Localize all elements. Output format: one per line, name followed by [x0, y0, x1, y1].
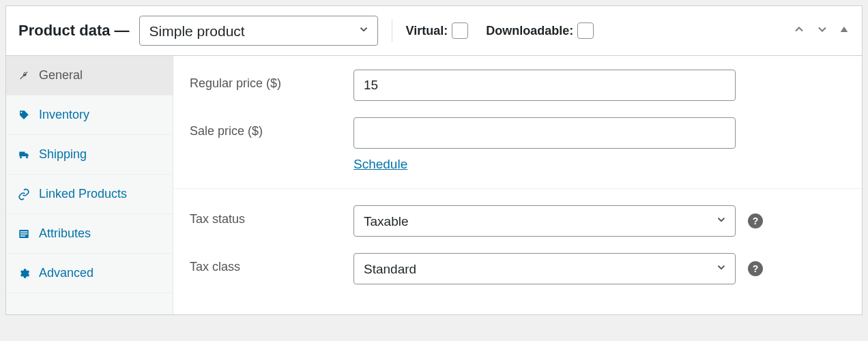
sidebar: General Inventory Shipping Linked Produc…: [6, 56, 173, 314]
tag-icon: [17, 109, 31, 121]
regular-price-label: Regular price ($): [190, 70, 353, 91]
separator: [392, 19, 392, 42]
tax-status-label: Tax status: [190, 205, 353, 226]
svg-marker-0: [841, 27, 848, 32]
tab-label: Shipping: [39, 147, 87, 162]
wrench-icon: [17, 70, 31, 82]
schedule-link[interactable]: Schedule: [353, 157, 736, 172]
regular-price-input[interactable]: [353, 70, 736, 101]
move-down-icon[interactable]: [815, 23, 829, 39]
truck-icon: [17, 149, 31, 161]
tab-advanced[interactable]: Advanced: [6, 254, 173, 293]
tab-content: Regular price ($) Sale price ($) Schedul…: [173, 56, 862, 314]
svg-rect-3: [20, 233, 28, 235]
downloadable-label: Downloadable:: [486, 24, 573, 38]
tab-general[interactable]: General: [6, 56, 173, 95]
sale-price-label: Sale price ($): [190, 117, 353, 138]
list-icon: [17, 228, 31, 240]
tab-label: Linked Products: [39, 187, 127, 201]
tab-label: Attributes: [39, 226, 91, 241]
divider: [173, 188, 862, 189]
svg-rect-4: [20, 235, 26, 237]
virtual-label: Virtual:: [406, 24, 448, 38]
panel-title: Product data —: [18, 22, 130, 40]
toggle-panel-icon[interactable]: [839, 24, 850, 38]
tab-label: General: [39, 68, 83, 83]
row-tax-status: Tax status Taxable ?: [190, 205, 845, 237]
row-tax-class: Tax class Standard ?: [190, 253, 845, 284]
row-regular-price: Regular price ($): [190, 70, 845, 101]
product-type-select[interactable]: Simple product: [139, 16, 378, 46]
tab-attributes[interactable]: Attributes: [6, 214, 173, 254]
panel-header: Product data — Simple product Virtual: D…: [6, 6, 862, 56]
panel-body: General Inventory Shipping Linked Produc…: [6, 56, 862, 314]
tab-linked-products[interactable]: Linked Products: [6, 175, 173, 214]
svg-rect-2: [20, 231, 28, 233]
link-icon: [17, 188, 31, 201]
sale-price-input[interactable]: [353, 117, 736, 149]
move-up-icon[interactable]: [792, 23, 806, 39]
tab-shipping[interactable]: Shipping: [6, 135, 173, 175]
row-sale-price: Sale price ($) Schedule: [190, 117, 845, 172]
help-icon[interactable]: ?: [748, 261, 763, 276]
downloadable-checkbox[interactable]: [577, 23, 594, 39]
tax-class-label: Tax class: [190, 253, 353, 274]
tab-label: Inventory: [39, 108, 89, 122]
product-data-panel: Product data — Simple product Virtual: D…: [5, 5, 863, 315]
tax-class-select[interactable]: Standard: [353, 253, 736, 284]
gear-icon: [17, 267, 31, 280]
help-icon[interactable]: ?: [748, 213, 763, 228]
tab-label: Advanced: [39, 266, 93, 280]
tax-status-select[interactable]: Taxable: [353, 205, 736, 237]
virtual-checkbox[interactable]: [452, 23, 468, 39]
tab-inventory[interactable]: Inventory: [6, 95, 173, 135]
